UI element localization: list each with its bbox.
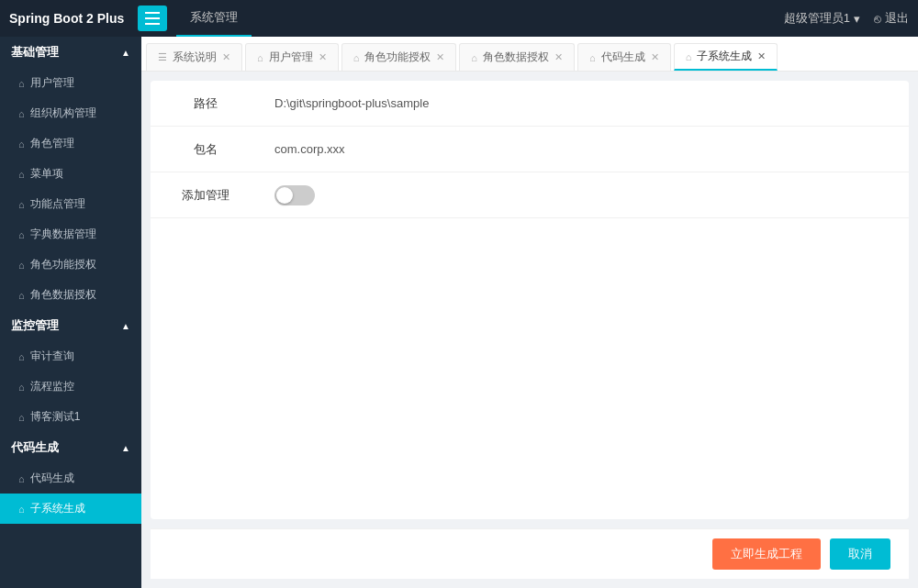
sidebar-item-org-mgmt[interactable]: ⌂ 组织机构管理 (0, 98, 141, 128)
sidebar-group-code-gen[interactable]: 代码生成 ▲ (0, 432, 141, 463)
tab-icon: ⌂ (471, 52, 477, 63)
home-icon: ⌂ (18, 169, 25, 180)
home-icon: ⌂ (18, 78, 25, 89)
sidebar-item-func-mgmt[interactable]: ⌂ 功能点管理 (0, 189, 141, 219)
sidebar-group-basic-mgmt[interactable]: 基础管理 ▲ (0, 37, 141, 68)
home-icon: ⌂ (18, 260, 25, 271)
logout-icon: ⎋ (874, 12, 881, 26)
logout-label: 退出 (885, 10, 909, 27)
logout-button[interactable]: ⎋ 退出 (874, 10, 909, 27)
menu-toggle-button[interactable] (138, 6, 167, 31)
chevron-down-icon: ▾ (854, 12, 860, 26)
tab-label: 子系统生成 (697, 49, 752, 64)
sidebar-item-label: 角色管理 (30, 136, 74, 151)
form-container: 路径 D:\git\springboot-plus\sample 包名 com.… (151, 81, 909, 519)
tab-close-icon[interactable]: ✕ (319, 52, 327, 62)
tab-role-data-auth[interactable]: ⌂ 角色数据授权 ✕ (459, 43, 575, 71)
tab-close-icon[interactable]: ✕ (554, 52, 563, 62)
tab-close-icon[interactable]: ✕ (222, 52, 230, 62)
tab-sys-intro[interactable]: ☰ 系统说明 ✕ (146, 43, 242, 71)
sidebar-item-menu[interactable]: ⌂ 菜单项 (0, 159, 141, 189)
sidebar: 基础管理 ▲ ⌂ 用户管理 ⌂ 组织机构管理 ⌂ 角色管理 ⌂ 菜单项 ⌂ 功能… (0, 37, 141, 588)
menu-bar-3 (145, 23, 160, 25)
tab-user-mgmt[interactable]: ⌂ 用户管理 ✕ (245, 43, 339, 71)
sidebar-item-code-gen[interactable]: ⌂ 代码生成 (0, 463, 141, 494)
menu-bar-1 (145, 12, 160, 14)
home-icon: ⌂ (18, 290, 25, 301)
sidebar-item-label: 菜单项 (30, 166, 63, 182)
toggle-knob (276, 187, 293, 204)
sidebar-item-role-mgmt[interactable]: ⌂ 角色管理 (0, 128, 141, 159)
sidebar-group-monitor-mgmt[interactable]: 监控管理 ▲ (0, 310, 141, 341)
tab-close-icon[interactable]: ✕ (651, 52, 659, 62)
home-icon: ⌂ (18, 199, 25, 210)
bottom-action-bar: 立即生成工程 取消 (151, 528, 909, 579)
form-label-package: 包名 (151, 130, 261, 169)
content-area: ☰ 系统说明 ✕ ⌂ 用户管理 ✕ ⌂ 角色功能授权 ✕ ⌂ 角色数据授权 ✕ … (141, 37, 918, 588)
sidebar-group-monitor-label: 监控管理 (11, 317, 59, 334)
sidebar-item-flow[interactable]: ⌂ 流程监控 (0, 372, 141, 402)
form-row-add-mgmt: 添加管理 (151, 172, 909, 218)
sidebar-item-label: 代码生成 (30, 471, 74, 486)
sidebar-item-label: 角色功能授权 (30, 257, 96, 272)
home-icon: ⌂ (18, 139, 25, 150)
tab-label: 代码生成 (601, 50, 645, 65)
nav-system-mgmt[interactable]: 系统管理 (176, 0, 252, 37)
tab-icon: ⌂ (257, 52, 263, 63)
sidebar-item-label: 子系统生成 (30, 501, 85, 516)
tab-close-icon[interactable]: ✕ (436, 52, 444, 62)
tab-code-gen[interactable]: ⌂ 代码生成 ✕ (577, 43, 671, 71)
sidebar-item-role-data[interactable]: ⌂ 角色数据授权 (0, 280, 141, 310)
sidebar-group-basic-label: 基础管理 (11, 44, 59, 61)
user-dropdown[interactable]: 超级管理员1 ▾ (784, 10, 860, 27)
tab-close-icon[interactable]: ✕ (757, 51, 766, 61)
tab-icon: ⌂ (686, 51, 692, 62)
home-icon: ⌂ (18, 351, 25, 362)
form-value-package[interactable]: com.corp.xxx (261, 131, 909, 167)
generate-project-button[interactable]: 立即生成工程 (712, 538, 821, 570)
tab-subsys-gen[interactable]: ⌂ 子系统生成 ✕ (674, 43, 778, 71)
form-value-path[interactable]: D:\git\springboot-plus\sample (261, 85, 909, 121)
header: Spring Boot 2 Plus 系统管理 超级管理员1 ▾ ⎋ 退出 (0, 0, 918, 37)
sidebar-item-audit[interactable]: ⌂ 审计查询 (0, 341, 141, 372)
form-label-path: 路径 (151, 84, 261, 123)
form-label-add-mgmt: 添加管理 (151, 176, 261, 215)
tab-icon: ⌂ (353, 52, 360, 63)
form-row-path: 路径 D:\git\springboot-plus\sample (151, 81, 909, 127)
sidebar-item-user-mgmt[interactable]: ⌂ 用户管理 (0, 68, 141, 98)
tab-label: 角色功能授权 (364, 50, 431, 65)
sidebar-item-role-func[interactable]: ⌂ 角色功能授权 (0, 250, 141, 280)
sidebar-item-label: 博客测试1 (30, 409, 81, 425)
form-row-package: 包名 com.corp.xxx (151, 127, 909, 172)
sidebar-item-label: 流程监控 (30, 379, 74, 394)
sidebar-group-codegen-label: 代码生成 (11, 439, 59, 456)
cancel-button[interactable]: 取消 (830, 538, 890, 570)
user-label: 超级管理员1 (784, 10, 850, 27)
sidebar-item-subsys-gen[interactable]: ⌂ 子系统生成 (0, 494, 141, 524)
tab-icon: ☰ (158, 51, 167, 63)
home-icon: ⌂ (18, 229, 25, 240)
form-wrapper: 路径 D:\git\springboot-plus\sample 包名 com.… (141, 72, 918, 588)
tab-label: 系统说明 (173, 50, 217, 65)
sidebar-group-codegen-arrow: ▲ (121, 443, 130, 453)
sidebar-item-label: 审计查询 (30, 349, 74, 364)
home-icon: ⌂ (18, 108, 25, 119)
menu-bar-2 (145, 17, 160, 19)
app-logo: Spring Boot 2 Plus (9, 11, 124, 26)
sidebar-item-label: 字典数据管理 (30, 227, 96, 242)
sidebar-item-label: 用户管理 (30, 75, 74, 91)
sidebar-group-basic-arrow: ▲ (121, 48, 130, 58)
home-icon: ⌂ (18, 412, 25, 423)
tab-role-func-auth[interactable]: ⌂ 角色功能授权 ✕ (341, 43, 457, 71)
sidebar-item-blog-test[interactable]: ⌂ 博客测试1 (0, 402, 141, 432)
home-icon: ⌂ (18, 504, 25, 515)
sidebar-item-dict-mgmt[interactable]: ⌂ 字典数据管理 (0, 219, 141, 250)
sidebar-item-label: 组织机构管理 (30, 105, 96, 121)
add-mgmt-toggle[interactable] (274, 185, 315, 205)
home-icon: ⌂ (18, 473, 25, 484)
sidebar-group-monitor-arrow: ▲ (121, 321, 130, 331)
tab-label: 角色数据授权 (483, 50, 549, 65)
main-container: 基础管理 ▲ ⌂ 用户管理 ⌂ 组织机构管理 ⌂ 角色管理 ⌂ 菜单项 ⌂ 功能… (0, 37, 918, 588)
form-value-add-mgmt (261, 174, 909, 216)
sidebar-item-label: 角色数据授权 (30, 287, 96, 303)
